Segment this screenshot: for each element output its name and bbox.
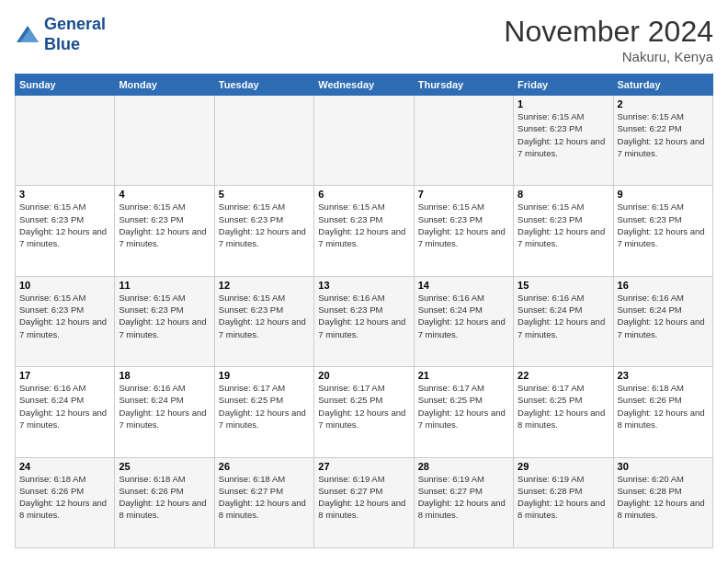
- day-number: 12: [219, 280, 310, 291]
- day-info: Sunrise: 6:16 AMSunset: 6:24 PMDaylight:…: [518, 292, 609, 340]
- calendar-cell: 13Sunrise: 6:16 AMSunset: 6:23 PMDayligh…: [314, 276, 414, 366]
- calendar-cell: [314, 96, 414, 186]
- calendar-week-row: 17Sunrise: 6:16 AMSunset: 6:24 PMDayligh…: [16, 367, 713, 457]
- day-number: 27: [318, 461, 409, 472]
- day-info: Sunrise: 6:19 AMSunset: 6:27 PMDaylight:…: [418, 473, 509, 522]
- day-info: Sunrise: 6:16 AMSunset: 6:24 PMDaylight:…: [418, 292, 509, 340]
- month-title: November 2024: [504, 15, 713, 49]
- day-info: Sunrise: 6:15 AMSunset: 6:23 PMDaylight:…: [119, 292, 210, 340]
- day-number: 25: [119, 461, 210, 472]
- day-info: Sunrise: 6:20 AMSunset: 6:28 PMDaylight:…: [618, 473, 709, 522]
- day-number: 9: [618, 189, 709, 200]
- calendar-cell: 27Sunrise: 6:19 AMSunset: 6:27 PMDayligh…: [314, 457, 414, 547]
- day-info: Sunrise: 6:19 AMSunset: 6:27 PMDaylight:…: [318, 473, 409, 522]
- day-info: Sunrise: 6:17 AMSunset: 6:25 PMDaylight:…: [219, 382, 310, 431]
- day-info: Sunrise: 6:15 AMSunset: 6:23 PMDaylight:…: [518, 201, 609, 249]
- day-number: 28: [418, 461, 509, 472]
- weekday-header: Wednesday: [314, 75, 414, 96]
- day-info: Sunrise: 6:19 AMSunset: 6:28 PMDaylight:…: [518, 473, 609, 522]
- day-number: 7: [418, 189, 509, 200]
- location: Nakuru, Kenya: [504, 49, 713, 64]
- day-number: 8: [518, 189, 609, 200]
- day-info: Sunrise: 6:15 AMSunset: 6:23 PMDaylight:…: [318, 201, 409, 249]
- calendar-cell: 12Sunrise: 6:15 AMSunset: 6:23 PMDayligh…: [214, 276, 313, 366]
- day-info: Sunrise: 6:18 AMSunset: 6:27 PMDaylight:…: [219, 473, 310, 522]
- calendar-cell: 21Sunrise: 6:17 AMSunset: 6:25 PMDayligh…: [414, 367, 513, 457]
- day-number: 17: [19, 370, 110, 381]
- day-info: Sunrise: 6:17 AMSunset: 6:25 PMDaylight:…: [418, 382, 509, 431]
- day-info: Sunrise: 6:16 AMSunset: 6:24 PMDaylight:…: [19, 382, 110, 431]
- calendar-header-row: SundayMondayTuesdayWednesdayThursdayFrid…: [16, 75, 713, 96]
- day-info: Sunrise: 6:15 AMSunset: 6:23 PMDaylight:…: [618, 201, 709, 249]
- day-info: Sunrise: 6:18 AMSunset: 6:26 PMDaylight:…: [19, 473, 110, 522]
- header: General Blue November 2024 Nakuru, Kenya: [15, 15, 713, 64]
- day-number: 10: [19, 280, 110, 291]
- day-number: 1: [518, 98, 609, 109]
- calendar-cell: 23Sunrise: 6:18 AMSunset: 6:26 PMDayligh…: [613, 367, 712, 457]
- day-number: 30: [618, 461, 709, 472]
- calendar-cell: 24Sunrise: 6:18 AMSunset: 6:26 PMDayligh…: [16, 457, 115, 547]
- weekday-header: Thursday: [414, 75, 513, 96]
- calendar-cell: 3Sunrise: 6:15 AMSunset: 6:23 PMDaylight…: [16, 186, 115, 276]
- calendar-cell: 8Sunrise: 6:15 AMSunset: 6:23 PMDaylight…: [514, 186, 613, 276]
- day-number: 16: [618, 280, 709, 291]
- day-info: Sunrise: 6:16 AMSunset: 6:24 PMDaylight:…: [618, 292, 709, 340]
- calendar-cell: 16Sunrise: 6:16 AMSunset: 6:24 PMDayligh…: [613, 276, 712, 366]
- calendar-cell: 6Sunrise: 6:15 AMSunset: 6:23 PMDaylight…: [314, 186, 414, 276]
- calendar-cell: 20Sunrise: 6:17 AMSunset: 6:25 PMDayligh…: [314, 367, 414, 457]
- calendar-cell: [115, 96, 214, 186]
- day-number: 15: [518, 280, 609, 291]
- day-number: 6: [318, 189, 409, 200]
- page: General Blue November 2024 Nakuru, Kenya…: [0, 0, 728, 563]
- day-info: Sunrise: 6:15 AMSunset: 6:23 PMDaylight:…: [19, 201, 110, 249]
- logo-text: General Blue: [44, 15, 106, 54]
- weekday-header: Saturday: [613, 75, 712, 96]
- day-number: 2: [618, 98, 709, 109]
- day-number: 18: [119, 370, 210, 381]
- weekday-header: Monday: [115, 75, 214, 96]
- calendar-cell: 11Sunrise: 6:15 AMSunset: 6:23 PMDayligh…: [115, 276, 214, 366]
- calendar-cell: 9Sunrise: 6:15 AMSunset: 6:23 PMDaylight…: [613, 186, 712, 276]
- calendar-cell: 10Sunrise: 6:15 AMSunset: 6:23 PMDayligh…: [16, 276, 115, 366]
- calendar-cell: 17Sunrise: 6:16 AMSunset: 6:24 PMDayligh…: [16, 367, 115, 457]
- day-number: 23: [618, 370, 709, 381]
- calendar-cell: 25Sunrise: 6:18 AMSunset: 6:26 PMDayligh…: [115, 457, 214, 547]
- logo: General Blue: [15, 15, 106, 54]
- calendar-week-row: 10Sunrise: 6:15 AMSunset: 6:23 PMDayligh…: [16, 276, 713, 366]
- calendar-cell: 30Sunrise: 6:20 AMSunset: 6:28 PMDayligh…: [613, 457, 712, 547]
- calendar-table: SundayMondayTuesdayWednesdayThursdayFrid…: [15, 74, 713, 548]
- day-number: 14: [418, 280, 509, 291]
- day-info: Sunrise: 6:15 AMSunset: 6:23 PMDaylight:…: [19, 292, 110, 340]
- calendar-week-row: 24Sunrise: 6:18 AMSunset: 6:26 PMDayligh…: [16, 457, 713, 547]
- calendar-cell: 26Sunrise: 6:18 AMSunset: 6:27 PMDayligh…: [214, 457, 313, 547]
- calendar-cell: 5Sunrise: 6:15 AMSunset: 6:23 PMDaylight…: [214, 186, 313, 276]
- day-number: 21: [418, 370, 509, 381]
- day-number: 24: [19, 461, 110, 472]
- day-info: Sunrise: 6:18 AMSunset: 6:26 PMDaylight:…: [119, 473, 210, 522]
- calendar-cell: 15Sunrise: 6:16 AMSunset: 6:24 PMDayligh…: [514, 276, 613, 366]
- day-info: Sunrise: 6:16 AMSunset: 6:24 PMDaylight:…: [119, 382, 210, 431]
- day-number: 26: [219, 461, 310, 472]
- day-number: 3: [19, 189, 110, 200]
- calendar-cell: 1Sunrise: 6:15 AMSunset: 6:23 PMDaylight…: [514, 96, 613, 186]
- calendar-cell: 2Sunrise: 6:15 AMSunset: 6:22 PMDaylight…: [613, 96, 712, 186]
- day-number: 13: [318, 280, 409, 291]
- day-info: Sunrise: 6:15 AMSunset: 6:23 PMDaylight:…: [219, 201, 310, 249]
- weekday-header: Friday: [514, 75, 613, 96]
- day-number: 19: [219, 370, 310, 381]
- calendar-cell: 29Sunrise: 6:19 AMSunset: 6:28 PMDayligh…: [514, 457, 613, 547]
- day-info: Sunrise: 6:16 AMSunset: 6:23 PMDaylight:…: [318, 292, 409, 340]
- day-info: Sunrise: 6:18 AMSunset: 6:26 PMDaylight:…: [618, 382, 709, 431]
- calendar-cell: [16, 96, 115, 186]
- day-number: 5: [219, 189, 310, 200]
- calendar-cell: 22Sunrise: 6:17 AMSunset: 6:25 PMDayligh…: [514, 367, 613, 457]
- day-info: Sunrise: 6:15 AMSunset: 6:23 PMDaylight:…: [119, 201, 210, 249]
- logo-icon: [15, 22, 40, 48]
- calendar-week-row: 3Sunrise: 6:15 AMSunset: 6:23 PMDaylight…: [16, 186, 713, 276]
- day-number: 29: [518, 461, 609, 472]
- weekday-header: Sunday: [16, 75, 115, 96]
- calendar-cell: 19Sunrise: 6:17 AMSunset: 6:25 PMDayligh…: [214, 367, 313, 457]
- day-info: Sunrise: 6:17 AMSunset: 6:25 PMDaylight:…: [318, 382, 409, 431]
- calendar-cell: 14Sunrise: 6:16 AMSunset: 6:24 PMDayligh…: [414, 276, 513, 366]
- day-number: 20: [318, 370, 409, 381]
